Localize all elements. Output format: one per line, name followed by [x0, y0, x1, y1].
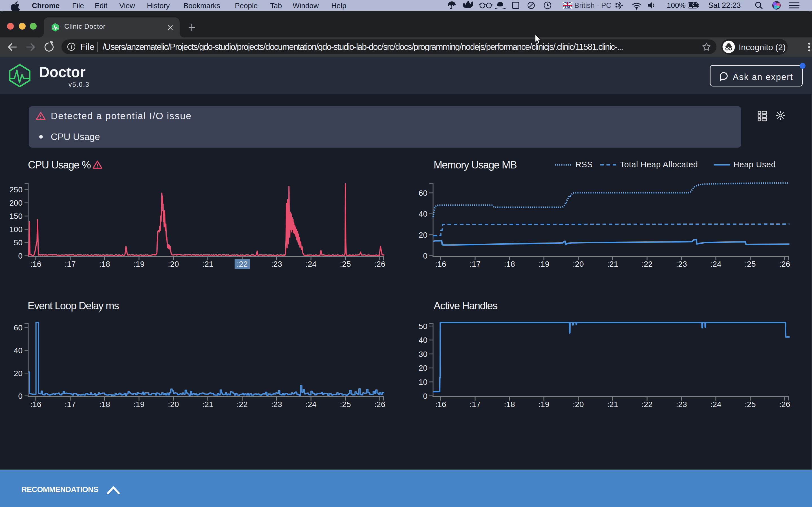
svg-text::24: :24: [711, 400, 721, 409]
svg-text::20: :20: [168, 400, 179, 409]
svg-text::26: :26: [779, 260, 790, 269]
svg-text:250: 250: [9, 185, 22, 194]
svg-text::18: :18: [504, 400, 515, 409]
svg-text:Edit: Edit: [95, 1, 108, 10]
svg-text::26: :26: [374, 260, 386, 269]
svg-text::26: :26: [374, 400, 386, 409]
svg-text::25: :25: [340, 400, 351, 409]
svg-text:150: 150: [9, 212, 22, 221]
svg-text::21: :21: [202, 260, 213, 269]
svg-text::22: :22: [237, 260, 248, 269]
svg-text:20: 20: [14, 369, 22, 378]
svg-text::25: :25: [745, 260, 756, 269]
svg-text:Help: Help: [331, 1, 346, 10]
svg-text:Bookmarks: Bookmarks: [184, 1, 220, 10]
svg-text::26: :26: [779, 400, 790, 409]
svg-text:40: 40: [419, 210, 427, 218]
svg-text::21: :21: [607, 400, 618, 409]
svg-text::24: :24: [306, 400, 317, 409]
svg-text:0: 0: [18, 392, 22, 400]
svg-text:0: 0: [18, 251, 22, 260]
svg-text::17: :17: [470, 400, 481, 409]
svg-text::25: :25: [745, 400, 756, 409]
svg-text::16: :16: [435, 260, 446, 269]
svg-text::17: :17: [65, 400, 76, 409]
svg-text::23: :23: [271, 400, 282, 409]
svg-text::18: :18: [99, 400, 110, 409]
svg-text:50: 50: [14, 238, 22, 247]
svg-text:200: 200: [9, 199, 22, 207]
svg-text:60: 60: [419, 189, 427, 198]
svg-text::16: :16: [31, 260, 42, 269]
svg-text::16: :16: [31, 400, 42, 409]
svg-text:100%: 100%: [667, 1, 686, 10]
svg-text:Tab: Tab: [270, 1, 282, 10]
svg-text::21: :21: [607, 260, 618, 269]
svg-text:20: 20: [419, 363, 427, 372]
svg-text::23: :23: [271, 260, 282, 269]
svg-text:0: 0: [423, 392, 427, 400]
svg-text::19: :19: [134, 260, 145, 269]
svg-text::22: :22: [237, 400, 248, 409]
svg-text::18: :18: [99, 260, 110, 269]
svg-text::23: :23: [676, 400, 687, 409]
svg-text::22: :22: [642, 260, 653, 269]
svg-text::21: :21: [202, 400, 213, 409]
svg-text::24: :24: [711, 260, 721, 269]
svg-text::19: :19: [539, 400, 550, 409]
svg-text:File: File: [72, 1, 84, 10]
svg-text:40: 40: [14, 346, 22, 355]
svg-text:Chrome: Chrome: [32, 1, 59, 10]
svg-text::24: :24: [306, 260, 317, 269]
svg-text:30: 30: [419, 350, 427, 358]
svg-text::22: :22: [642, 400, 653, 409]
svg-text::18: :18: [504, 260, 515, 269]
svg-text:Sat 22:23: Sat 22:23: [708, 1, 741, 10]
svg-text::16: :16: [435, 400, 446, 409]
svg-text::19: :19: [134, 400, 145, 409]
svg-text::20: :20: [168, 260, 179, 269]
svg-text:History: History: [147, 1, 170, 10]
svg-text::25: :25: [340, 260, 351, 269]
svg-text:British - PC: British - PC: [574, 1, 611, 10]
svg-text:100: 100: [9, 225, 22, 234]
svg-text:People: People: [235, 1, 258, 10]
svg-text::17: :17: [470, 260, 481, 269]
svg-text:10: 10: [419, 378, 427, 386]
svg-text:PC: PC: [566, 6, 569, 9]
svg-text::17: :17: [65, 260, 76, 269]
svg-text::19: :19: [539, 260, 550, 269]
svg-text:60: 60: [14, 323, 22, 332]
svg-text::23: :23: [676, 260, 687, 269]
svg-text:40: 40: [419, 336, 427, 344]
svg-text:20: 20: [419, 231, 427, 239]
svg-text:View: View: [119, 1, 135, 10]
svg-text::20: :20: [573, 260, 584, 269]
svg-text:0: 0: [423, 251, 427, 260]
svg-text:Window: Window: [293, 1, 319, 10]
svg-text:50: 50: [419, 322, 427, 331]
svg-text::20: :20: [573, 400, 584, 409]
